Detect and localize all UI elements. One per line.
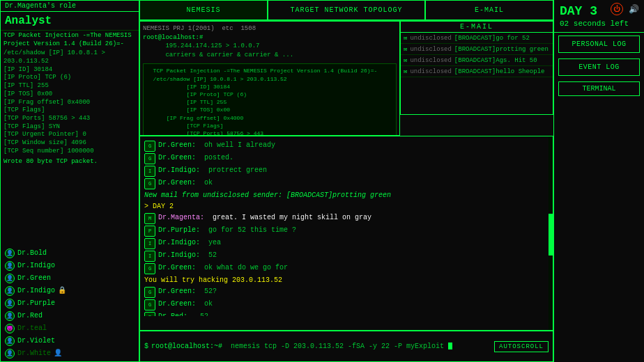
player-name[interactable]: Dr.teal: [17, 323, 47, 334]
nemesis-content: NEMESIS PRJ 1(2001) etc 1508 root@localh…: [140, 22, 399, 135]
player-name[interactable]: Dr.Violet: [17, 336, 55, 347]
chat-message: Dr.Indigo: 52: [158, 250, 549, 260]
terminal-line: /etc/shadow [IP] 10.0.8.1 > 203.0.113.52: [3, 49, 136, 65]
terminal-prompt-text: root@localhost:~#: [151, 343, 222, 350]
chat-message: Dr.Red: .52: [158, 311, 549, 316]
terminal-line: TCP Packet Injection -=The NEMESIS Proje…: [3, 32, 136, 48]
email-subject: [BROADCAST]hello Sheople: [454, 68, 545, 75]
terminal-input-area: $ root@localhost:~# nemesis tcp -D 203.0…: [140, 331, 553, 361]
autoscroll-button[interactable]: AUTOSCROLL: [494, 341, 549, 352]
avatar: G: [144, 153, 155, 164]
player-name[interactable]: Dr.Red: [17, 310, 43, 322]
email-item[interactable]: ✉ undisclosed [BROADCAST]protting green: [401, 44, 553, 55]
email-subject: [BROADCAST]Ags. Hit 50: [454, 57, 537, 64]
chat-line: G Dr.Green: 52?: [144, 286, 549, 298]
email-subject: [BROADCAST]go for 52: [454, 35, 530, 42]
chat-line: P Dr.Purple: go for 52 this time ?: [144, 225, 549, 237]
chat-message: Dr.Green: 52?: [158, 286, 549, 297]
chat-line: M Dr.Magenta: great. I wasted my night s…: [144, 212, 549, 224]
email-sender: undisclosed: [410, 57, 451, 64]
nemesis-line: root@localhost:#: [143, 33, 397, 42]
avatar: 👤: [5, 249, 15, 258]
chat-message: Dr.Green: oh well I already: [158, 140, 549, 150]
email-panel-title: E-MAIL: [425, 0, 553, 20]
terminal-line: [TCP Urgent Pointer] 0: [3, 131, 136, 139]
chat-line: G Dr.Green: posted.: [144, 152, 549, 164]
analyst-title: Analyst: [5, 15, 52, 27]
terminal-prompt: $: [144, 343, 148, 350]
nemesis-line: carriers & carrier & carrier & ...: [143, 51, 397, 60]
list-item: 👤 Dr.Indigo 🔒: [3, 285, 136, 297]
broadcast-message: New mail from undisclosed sender: [BROAD…: [144, 190, 549, 200]
scrollbar-thumb[interactable]: [549, 214, 553, 255]
terminal-line: [IP ID] 30184: [3, 66, 136, 74]
terminal-line: Wrote 80 byte TCP packet.: [3, 158, 136, 166]
personal-log-button[interactable]: PERSONAL LOG: [558, 36, 640, 53]
power-button[interactable]: ⏻: [611, 3, 623, 15]
terminal-command-text: nemesis tcp -D 203.0.113.52 -fSA -y 22 -…: [231, 343, 444, 350]
email-sender: undisclosed: [410, 46, 451, 53]
list-item: 👤 Dr.Violet: [3, 335, 136, 347]
player-name[interactable]: Dr.Bold: [17, 248, 47, 259]
scrollbar-track[interactable]: [549, 136, 553, 330]
terminal-label: TERMINAL: [558, 81, 640, 96]
terminal-line: [IP Proto] TCP (6): [3, 74, 136, 82]
avatar: I: [144, 238, 155, 249]
email-item[interactable]: ✉ undisclosed [BROADCAST]hello Sheople: [401, 66, 553, 77]
avatar: G: [144, 287, 155, 298]
role-label: Dr.Magenta's role: [5, 2, 76, 10]
terminal-command-display: root@localhost:~# nemesis tcp -D 203.0.1…: [151, 343, 494, 350]
day-label: DAY 3: [560, 4, 597, 18]
system-message: You will try hacking 203.0.113.52: [144, 275, 549, 285]
middle-area: NEMESIS PRJ 1(2001) etc 1508 root@localh…: [139, 21, 553, 362]
terminal-output: TCP Packet Injection -=The NEMESIS Proje…: [1, 31, 139, 246]
nemesis-output-area: NEMESIS PRJ 1(2001) etc 1508 root@localh…: [139, 21, 400, 136]
chat-line-broadcast: New mail from undisclosed sender: [BROAD…: [144, 190, 549, 200]
player-name[interactable]: Dr.Indigo: [17, 260, 55, 272]
power-icons: ⏻ 🔊: [611, 3, 640, 15]
list-item: 👤 Dr.Purple: [3, 297, 136, 310]
player-name[interactable]: Dr.Indigo: [17, 285, 55, 297]
avatar: P: [144, 226, 155, 237]
terminal-bottom: $ root@localhost:~# nemesis tcp -D 203.0…: [139, 331, 553, 362]
nemesis-line: 195.244.174.125 > 1.0.0.7: [143, 42, 397, 51]
email-icon: ✉: [404, 45, 407, 53]
player-name[interactable]: Dr.Green: [17, 273, 51, 284]
email-subject: [BROADCAST]protting green: [454, 46, 549, 53]
avatar: 😈: [5, 324, 15, 333]
email-item[interactable]: ✉ undisclosed [BROADCAST]go for 52: [401, 33, 553, 44]
network-topology-title: TARGET NETWORK TOPOLOGY: [268, 0, 425, 20]
terminal-line: [TCP Seq number] 1000000: [3, 148, 136, 156]
chat-message: Dr.Green: ok: [158, 299, 549, 309]
list-item: 👤 Dr.White 👤: [3, 347, 136, 360]
left-sidebar: Dr.Magenta's role Analyst TCP Packet Inj…: [0, 0, 139, 362]
terminal-line: [TCP Flags]: [3, 107, 136, 115]
volume-button[interactable]: 🔊: [627, 3, 640, 15]
player-name[interactable]: Dr.White: [17, 348, 51, 359]
email-title: E-MAIL: [401, 22, 553, 33]
email-section: E-MAIL ✉ undisclosed [BROADCAST]go for 5…: [400, 21, 553, 115]
day-counter: DAY 3 02 seconds left ⏻ 🔊: [554, 0, 644, 33]
analyst-header: Analyst: [1, 12, 139, 31]
list-item: 👤 Dr.Red: [3, 310, 136, 322]
nemesis-panel-title: NEMESIS: [139, 0, 268, 20]
terminal-line: [TCP Ports] 58756 > 443: [3, 115, 136, 123]
chat-line: G Dr.Green: ok what do we go for: [144, 262, 549, 274]
event-log-button[interactable]: EVENT LOG: [558, 58, 640, 76]
avatar: I: [144, 251, 155, 262]
avatar: 👤: [5, 299, 15, 308]
email-item[interactable]: ✉ undisclosed [BROADCAST]Ags. Hit 50: [401, 55, 553, 66]
seconds-label: 02 seconds left: [560, 19, 629, 28]
player-list: 👤 Dr.Bold 👤 Dr.Indigo 👤 Dr.Green 👤 Dr.In…: [1, 246, 139, 361]
chat-message: Dr.Magenta: great. I wasted my night ski…: [158, 212, 549, 223]
chat-line-system: You will try hacking 203.0.113.52: [144, 275, 549, 285]
avatar: 👤: [5, 274, 15, 283]
player-name[interactable]: Dr.Purple: [17, 298, 55, 309]
system-message: > DAY 2: [144, 201, 549, 212]
avatar: M: [144, 213, 155, 224]
email-icon: ✉: [404, 68, 407, 75]
top-bar: NEMESIS TARGET NETWORK TOPOLOGY E-MAIL: [139, 0, 553, 21]
list-item: 👤 Dr.Bold: [3, 247, 136, 260]
role-title-bar: Dr.Magenta's role: [1, 1, 139, 12]
terminal-line: [IP TTL] 255: [3, 82, 136, 90]
